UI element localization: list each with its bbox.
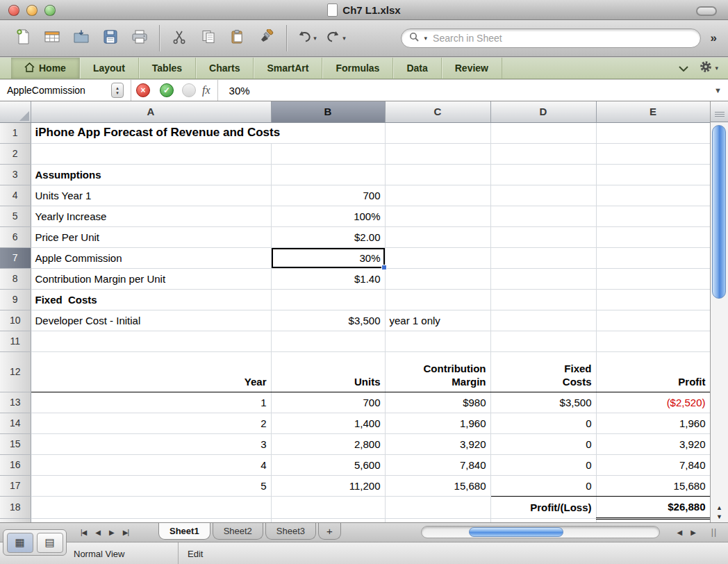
tab-layout[interactable]: Layout — [80, 58, 139, 78]
cell-E11[interactable] — [596, 331, 710, 351]
undo-dropdown-icon[interactable]: ▾ — [313, 35, 317, 42]
tab-home[interactable]: Home — [11, 58, 80, 78]
cell-A14[interactable]: 2 — [31, 413, 271, 433]
row-header-11[interactable]: 11 — [0, 331, 31, 351]
cell-B16[interactable]: 5,600 — [271, 454, 385, 475]
col-header-c[interactable]: C — [385, 101, 490, 122]
cell-B8[interactable]: $1.40 — [271, 268, 385, 289]
cell-D1[interactable] — [490, 122, 596, 143]
cell-D18[interactable]: Profit/(Loss) — [490, 496, 596, 518]
scroll-down-icon[interactable]: ▼ — [716, 513, 722, 520]
cell-C5[interactable] — [385, 206, 490, 226]
save-button[interactable] — [96, 23, 125, 53]
cell-E7[interactable] — [596, 247, 710, 268]
first-sheet-button[interactable]: |◀ — [81, 529, 86, 536]
select-all-corner[interactable] — [0, 101, 31, 122]
cell-C8[interactable] — [385, 268, 490, 289]
row-header-2[interactable]: 2 — [0, 143, 31, 164]
row-header-7-selected[interactable]: 7 — [0, 247, 31, 268]
ribbon-settings-button[interactable]: ▾ — [700, 60, 718, 76]
tab-review[interactable]: Review — [442, 58, 502, 78]
row-header-9[interactable]: 9 — [0, 289, 31, 310]
undo-button[interactable]: ▾ — [292, 23, 321, 53]
row-header-6[interactable]: 6 — [0, 226, 31, 247]
cell-E8[interactable] — [596, 268, 710, 289]
split-handle-box[interactable] — [710, 101, 728, 122]
scroll-left-icon[interactable]: ◀ — [677, 529, 683, 536]
cell-B7-selected[interactable]: 30% — [271, 247, 385, 268]
cell-B10[interactable]: $3,500 — [271, 310, 385, 331]
function-builder-button[interactable] — [182, 83, 196, 97]
search-scope-dropdown-icon[interactable]: ▾ — [424, 35, 428, 42]
toolbar-overflow-button[interactable]: » — [711, 31, 717, 45]
ribbon-collapse-button[interactable] — [679, 62, 688, 74]
cell-C16[interactable]: 7,840 — [385, 454, 490, 475]
cell-C9[interactable] — [385, 289, 490, 310]
cell-A17[interactable]: 5 — [31, 475, 271, 496]
cell-D10[interactable] — [490, 310, 596, 331]
row-header-18[interactable]: 18 — [0, 496, 31, 518]
cell-C3[interactable] — [385, 164, 490, 185]
cell-C4[interactable] — [385, 185, 490, 206]
search-field[interactable]: ▾ — [401, 28, 701, 48]
cell-A3[interactable]: Assumptions — [31, 164, 271, 185]
tab-tables[interactable]: Tables — [139, 58, 196, 78]
format-painter-button[interactable] — [252, 23, 281, 53]
cell-A12[interactable]: Year — [31, 351, 271, 392]
row-header-10[interactable]: 10 — [0, 310, 31, 331]
cell-E13[interactable]: ($2,520) — [596, 392, 710, 413]
row-header-3[interactable]: 3 — [0, 164, 31, 185]
cell-C10[interactable]: year 1 only — [385, 310, 490, 331]
cell-B14[interactable]: 1,400 — [271, 413, 385, 433]
cell-C14[interactable]: 1,960 — [385, 413, 490, 433]
cell-E5[interactable] — [596, 206, 710, 226]
cell-D15[interactable]: 0 — [490, 433, 596, 454]
scroll-right-icon[interactable]: ▶ — [690, 529, 696, 536]
cell-E16[interactable]: 7,840 — [596, 454, 710, 475]
cell-A9[interactable]: Fixed Costs — [31, 289, 271, 310]
row-header-1[interactable]: 1 — [0, 122, 31, 143]
search-input[interactable] — [431, 32, 692, 44]
cell-A2[interactable] — [31, 143, 271, 164]
toolbar-toggle-button[interactable] — [696, 6, 717, 16]
cell-D5[interactable] — [490, 206, 596, 226]
formula-input[interactable]: 30% — [229, 85, 250, 97]
cell-B11[interactable] — [271, 331, 385, 351]
cell-B15[interactable]: 2,800 — [271, 433, 385, 454]
cell-E10[interactable] — [596, 310, 710, 331]
cell-B17[interactable]: 11,200 — [271, 475, 385, 496]
cell-A1[interactable]: iPhone App Forecast of Revenue and Costs — [31, 122, 385, 143]
row-header-14[interactable]: 14 — [0, 413, 31, 433]
cell-E12[interactable]: Profit — [596, 351, 710, 392]
cell-D12[interactable]: Fixed Costs — [490, 351, 596, 392]
cell-D11[interactable] — [490, 331, 596, 351]
cell-C12[interactable]: Contribution Margin — [385, 351, 490, 392]
cell-D7[interactable] — [490, 247, 596, 268]
cell-D14[interactable]: 0 — [490, 413, 596, 433]
row-header-17[interactable]: 17 — [0, 475, 31, 496]
sheet-tab-sheet2[interactable]: Sheet2 — [213, 523, 263, 540]
row-header-12[interactable]: 12 — [0, 351, 31, 392]
cell-D3[interactable] — [490, 164, 596, 185]
cell-E14[interactable]: 1,960 — [596, 413, 710, 433]
col-header-d[interactable]: D — [490, 101, 596, 122]
cell-E17[interactable]: 15,680 — [596, 475, 710, 496]
cell-C15[interactable]: 3,920 — [385, 433, 490, 454]
cell-B5[interactable]: 100% — [271, 206, 385, 226]
cell-B12[interactable]: Units — [271, 351, 385, 392]
cell-A18[interactable] — [31, 496, 271, 518]
tab-smartart[interactable]: SmartArt — [254, 58, 322, 78]
tabbar-resize-grip[interactable]: || — [711, 527, 717, 537]
cell-E2[interactable] — [596, 143, 710, 164]
cell-A5[interactable]: Yearly Increase — [31, 206, 271, 226]
redo-dropdown-icon[interactable]: ▾ — [342, 35, 346, 42]
cell-D8[interactable] — [490, 268, 596, 289]
cell-C13[interactable]: $980 — [385, 392, 490, 413]
cell-A13[interactable]: 1 — [31, 392, 271, 413]
prev-sheet-button[interactable]: ◀ — [95, 529, 100, 536]
redo-button[interactable]: ▾ — [321, 23, 350, 53]
col-header-e[interactable]: E — [596, 101, 710, 122]
scroll-up-icon[interactable]: ▲ — [716, 504, 722, 511]
formula-bar-expand-icon[interactable]: ▼ — [714, 86, 728, 94]
cell-D13[interactable]: $3,500 — [490, 392, 596, 413]
